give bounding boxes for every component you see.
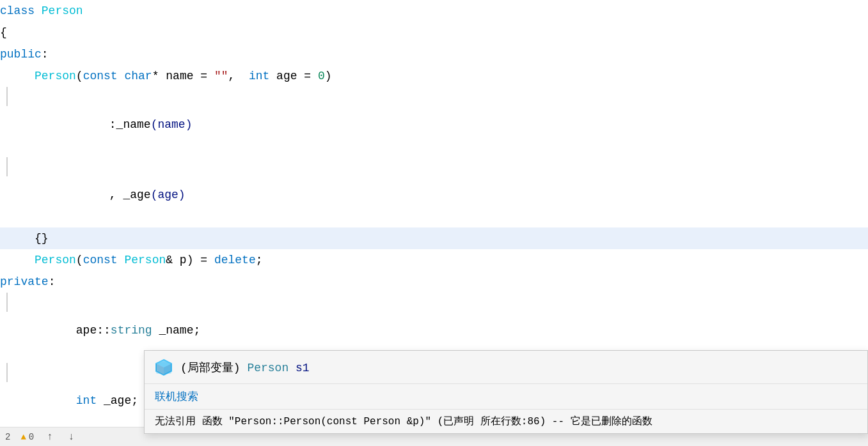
code-line: public: (0, 43, 868, 65)
code-line: , _age(age) (0, 157, 868, 227)
code-line: Person(const char* name = "", int age = … (0, 65, 868, 87)
cube-icon (155, 358, 173, 376)
code-editor: class Person { public: Person(const char… (0, 0, 868, 409)
code-line: Person(const Person& p) = delete; (0, 249, 868, 271)
tooltip-online-search-row[interactable]: 联机搜索 (145, 384, 867, 410)
tooltip-error-text: 无法引用 函数 "Person::Person(const Person &p)… (145, 410, 867, 433)
code-line: { (0, 22, 868, 43)
code-line: :_name(name) (0, 87, 868, 157)
warning-icon: ▲ (20, 432, 26, 442)
down-arrow-button[interactable]: ↓ (66, 431, 77, 443)
up-arrow-button[interactable]: ↑ (44, 431, 56, 443)
online-search-link[interactable]: 联机搜索 (155, 391, 198, 403)
status-line-number: 2 (5, 432, 10, 442)
status-warning: ▲ 0 (20, 432, 34, 442)
tooltip-header: (局部变量) Person s1 (145, 351, 867, 384)
tooltip-signature: (局部变量) Person s1 (180, 360, 310, 375)
intellisense-popup: (局部变量) Person s1 联机搜索 无法引用 函数 "Person::P… (144, 350, 868, 434)
code-line: class Person (0, 0, 868, 22)
code-line: private: (0, 271, 868, 293)
code-line: {} (0, 227, 868, 249)
